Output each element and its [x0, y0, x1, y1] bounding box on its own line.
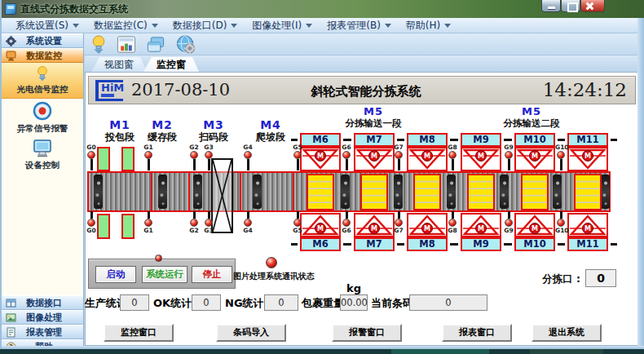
sensor-id-bottom: G6	[341, 227, 352, 234]
sensor-led-icon	[205, 219, 213, 227]
gear-icon	[6, 36, 16, 46]
globe-gear-toolbar-icon[interactable]	[175, 34, 196, 55]
image-icon	[6, 312, 16, 323]
footer-button[interactable]: 条码导入	[216, 324, 286, 342]
photo-sensor: G10 G10	[555, 144, 567, 235]
sensor-led-icon	[244, 219, 252, 227]
diverter-top: M	[354, 147, 395, 171]
sorter-label-top: M10	[514, 133, 555, 147]
sidebar-group-system-settings[interactable]: 系统设置	[2, 33, 83, 48]
tab-monitor-window[interactable]: 监控窗	[143, 57, 199, 72]
belt-motor	[253, 175, 262, 209]
diverter-motor-icon: M	[421, 150, 433, 162]
sensor-id-bottom: G4	[242, 227, 254, 234]
sidebar-item-photoelectric-monitor[interactable]: 光电信号监控	[2, 63, 83, 99]
current-barcode-value: 0	[409, 294, 487, 311]
chevron-down-icon	[306, 24, 312, 28]
menu-item[interactable]: 帮助(H)	[399, 18, 458, 33]
footer-button[interactable]: 报警窗口	[332, 324, 402, 342]
ok-count-label: OK统计:	[153, 296, 196, 311]
sensor-led-icon	[190, 151, 198, 159]
sensor-id-top: G3	[203, 144, 214, 151]
photo-sensor: G2 G2	[188, 144, 200, 235]
system-running-button[interactable]: 系统运行	[142, 266, 187, 283]
skew-wheel-section	[467, 174, 495, 210]
diverter-top: M	[461, 147, 501, 171]
footer-button[interactable]: 报表窗口	[442, 324, 512, 342]
sensor-id-bottom: G0	[86, 227, 97, 234]
footer-button[interactable]: 退出系统	[532, 324, 602, 342]
diverter-bottom: M	[300, 213, 341, 237]
toolbar	[2, 33, 644, 55]
lamp-icon	[34, 65, 51, 82]
sort-port-value: 0	[585, 269, 616, 287]
desktop-strip	[0, 349, 644, 354]
sidebar-item-abnormal-signal-alarm[interactable]: 异常信号报警	[2, 99, 83, 137]
sensor-led-icon	[342, 219, 351, 227]
sensor-stem	[193, 211, 196, 219]
menu-item[interactable]: 数据接口(D)	[165, 18, 245, 33]
sensor-id-bottom: G1	[143, 227, 154, 234]
parcel-weight-value: 00.00	[340, 294, 368, 311]
stop-button[interactable]: 停止	[192, 266, 232, 283]
menu-item[interactable]: 系统设置(S)	[8, 18, 86, 33]
tab-view-window[interactable]: 视图窗	[91, 57, 147, 72]
sort-port-label: 分拣口 :	[522, 272, 580, 286]
lamp-toolbar-icon[interactable]	[88, 34, 109, 55]
photo-sensor: G8 G8	[447, 144, 458, 235]
ok-count-value: 0	[192, 294, 221, 311]
photo-sensor: G3 G3	[203, 144, 214, 235]
start-button[interactable]: 启动	[95, 266, 136, 283]
skew-wheel-section	[307, 174, 334, 210]
sensor-stem	[560, 159, 562, 170]
sidebar-item-label: 设备控制	[25, 160, 60, 171]
app-window: 直线式分拣数据交互系统 系统设置(S) 数据监控(C) 数据接口(D) 图像	[0, 0, 644, 349]
window-title: 直线式分拣数据交互系统	[20, 2, 128, 16]
maximize-icon[interactable]	[561, 0, 580, 12]
sensor-id-top: G9	[503, 144, 514, 151]
conveyor-diagram: M1 投包段 M2 缓存段 M3 扫码段 M4 爬坡段	[85, 104, 641, 259]
photo-sensor: G1 G1	[143, 144, 154, 235]
minimize-icon[interactable]	[541, 0, 561, 12]
chim-logo: HiM	[95, 80, 123, 101]
sensor-id-top: G7	[393, 144, 404, 151]
sensor-led-icon	[244, 151, 252, 159]
footer-button[interactable]: 监控窗口	[104, 324, 174, 342]
sensor-id-top: G6	[341, 144, 352, 151]
sensor-id-bottom: G9	[503, 227, 514, 234]
sidebar: 系统设置 数据监控 光电信号监控 异常信号报警	[2, 33, 84, 346]
comm-status-led-icon	[266, 257, 277, 268]
sensor-id-top: G0	[86, 144, 97, 151]
ng-count-value: 0	[264, 294, 298, 311]
chart-window-toolbar-icon[interactable]	[116, 34, 137, 55]
menu-item[interactable]: 图像处理(I)	[245, 18, 320, 33]
window-right-border	[637, 18, 644, 346]
sorter-label-top: M8	[407, 133, 448, 147]
sidebar-item-device-control[interactable]: 设备控制	[2, 137, 83, 173]
sidebar-group-report-management[interactable]: 报表管理	[2, 325, 83, 339]
diverter-motor-icon: M	[582, 150, 593, 162]
sensor-led-icon	[395, 151, 403, 159]
sensor-led-icon	[144, 151, 152, 159]
sidebar-group-image-processing[interactable]: 图像处理	[2, 310, 83, 325]
sensor-led-icon	[205, 151, 213, 159]
sensor-stem	[346, 159, 348, 170]
sidebar-group-data-monitor[interactable]: 数据监控	[2, 48, 83, 63]
menu-item[interactable]: 数据监控(C)	[86, 18, 165, 33]
tab-bar: 视图窗 监控窗	[85, 55, 639, 72]
sensor-stem	[452, 159, 454, 170]
menu-item-label: 系统设置(S)	[15, 19, 68, 33]
photo-sensor: G5 G5	[292, 144, 303, 235]
cascade-windows-toolbar-icon[interactable]	[145, 34, 166, 55]
diverter-top: M	[300, 147, 341, 171]
menu-item[interactable]: 报表管理(B)	[320, 18, 399, 33]
close-icon[interactable]	[580, 0, 605, 12]
diverter-motor-icon: M	[315, 150, 326, 162]
belt-motor	[158, 175, 167, 209]
loading-chute	[97, 147, 110, 171]
loading-chute	[97, 214, 110, 239]
report-icon	[6, 327, 16, 338]
sidebar-group-data-interface[interactable]: 数据接口	[2, 295, 83, 310]
current-time: 14:24:12	[543, 79, 627, 100]
sensor-id-top: G1	[143, 144, 154, 151]
